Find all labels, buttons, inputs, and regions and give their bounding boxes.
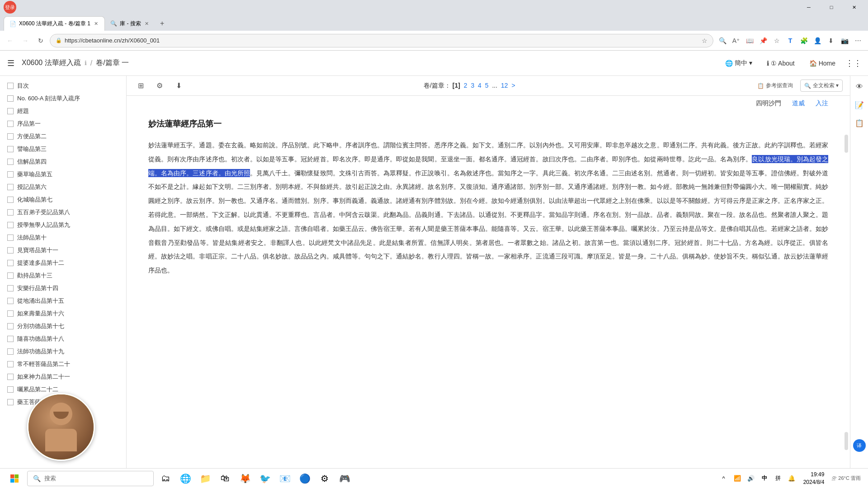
taskbar-mail-icon[interactable]: 📧 [277,470,293,487]
download-button[interactable]: ⬇ [172,79,185,93]
zoom-icon[interactable]: A⁺ [730,34,742,47]
translate-icon[interactable]: T [784,34,797,47]
sidebar-item-wu8[interactable]: 五百弟子受記品第八 [0,206,126,219]
vol-page-5[interactable]: 5 [485,82,489,89]
system-clock[interactable]: 19:49 2024/8/4 [800,471,828,486]
tab-close-button[interactable]: ✕ [93,20,99,28]
taskbar-store-icon[interactable]: 🛍 [217,470,233,487]
download-manager-icon[interactable]: ⬇ [825,34,837,47]
sidebar-item-an14[interactable]: 安樂行品第十四 [0,282,126,295]
profile-icon[interactable]: 👤 [811,34,824,47]
fulltext-search-button[interactable]: 🔍 全文检索 ▾ [800,80,843,92]
sidebar-item-sui18[interactable]: 隨喜功德品第十八 [0,333,126,345]
taskbar-folder-icon[interactable]: 📁 [197,470,213,487]
input-indicator[interactable]: 拼 [772,472,784,485]
taskbar-firefox-icon[interactable]: 🦊 [237,470,253,487]
vol-ellipsis: ... [492,82,497,89]
taskbar-explorer-icon[interactable]: 🗂 [157,470,174,487]
sidebar-item-fa10[interactable]: 法師品第十 [0,231,126,244]
volume-icon[interactable]: 🔊 [745,472,757,485]
sidebar-item-xu1[interactable]: 序品第一 [0,117,126,130]
vol-page-12[interactable]: 12 [501,82,508,89]
sidebar-item-ru21[interactable]: 如來神力品第二十一 [0,371,126,383]
star-icon[interactable]: ☆ [770,34,783,47]
taskbar-app-icon[interactable]: ⚙ [316,470,333,487]
pin-icon[interactable]: 📌 [757,34,769,47]
reference-search-button[interactable]: 📋 参考据查询 [754,80,797,91]
info-badge[interactable]: ℹ [85,60,87,66]
sidebar-item-fa19[interactable]: 法師功德品第十九 [0,345,126,358]
sidebar-item-shou9[interactable]: 授學無學人記品第九 [0,219,126,231]
right-panel-icon1[interactable]: 👁 [852,80,867,94]
taskbar-twitter-icon[interactable]: 🐦 [257,470,273,487]
right-panel-icon2[interactable]: 📝 [852,98,867,112]
taskbar-browser-icon[interactable]: 🌐 [177,470,193,487]
sidebar-item-bi3[interactable]: 譬喻品第三 [0,143,126,155]
vol-next-button[interactable]: > [512,82,515,89]
author2-link[interactable]: 入注 [816,99,828,108]
ref-label: 参考据查询 [766,82,793,89]
vol-page-4[interactable]: 4 [478,82,481,89]
taskbar-game-icon[interactable]: 🎮 [336,470,353,487]
sidebar-item-ru16[interactable]: 如來壽量品第十六 [0,307,126,320]
network-icon[interactable]: 📶 [731,472,744,485]
new-tab-button[interactable]: + [155,16,170,31]
scroll-up-indicator[interactable] [844,135,848,153]
url-bar[interactable]: 🔒 https://cbetaonline.cn/zh/X0600_001 ☆ [50,34,713,47]
inactive-tab[interactable]: 🔍 庫 - 搜索 ✕ [105,16,155,31]
sidebar-item-mulu[interactable]: 目次 [0,80,126,92]
item-icon [7,197,14,203]
start-button[interactable] [5,470,24,487]
sidebar-item-fen17[interactable]: 分別功德品第十七 [0,320,126,333]
sidebar-item-cong15[interactable]: 從地涌出品第十五 [0,295,126,307]
language-button[interactable]: 🌐 簡中 ▾ [722,57,756,69]
vol-page-1[interactable]: [1] [453,82,460,89]
forward-button[interactable]: → [19,34,32,47]
tab2-close-button[interactable]: ✕ [144,20,150,28]
sidebar-item-xin4[interactable]: 信解品第四 [0,155,126,168]
screenshot-icon[interactable]: 📷 [838,34,851,47]
bookmark-icon[interactable]: ☆ [702,37,708,44]
sidebar-item-shou6[interactable]: 授記品第六 [0,181,126,193]
author1-link[interactable]: 道威 [792,99,805,108]
active-tab[interactable]: 📄 X0600 法華經入疏 - 卷/篇章 1 ✕ [4,16,105,31]
back-button[interactable]: ← [4,34,16,47]
lang-indicator[interactable]: 中 [758,472,771,485]
settings-button[interactable]: ⚙ [153,79,166,93]
about-button[interactable]: ℹ ① About [763,58,798,69]
vol-page-2[interactable]: 2 [464,82,467,89]
sidebar-item-chang20[interactable]: 常不輕菩薩品第二十 [0,358,126,371]
notifications-icon[interactable]: 🔔 [785,472,798,485]
reload-button[interactable]: ↻ [34,34,47,47]
browser-profile[interactable]: 登录 [4,1,16,14]
vol-page-3[interactable]: 3 [471,82,474,89]
sidebar-item-quan13[interactable]: 勸持品第十三 [0,269,126,282]
sidebar-toggle[interactable]: ☰ [7,58,14,68]
sidebar-item-fang2[interactable]: 方便品第二 [0,130,126,143]
layout-toggle-button[interactable]: ⊞ [134,79,147,93]
translate-button[interactable]: 译 [853,439,866,452]
apps-button[interactable]: ⋮⋮ [846,56,861,70]
sidebar-item-yao5[interactable]: 藥草喻品第五 [0,168,126,181]
right-panel-icon3[interactable]: 📋 [852,116,867,130]
item-icon [7,108,14,114]
chevron-up-icon[interactable]: ^ [717,472,730,485]
search-icon[interactable]: 🔍 [716,34,729,47]
more-icon[interactable]: ⋯ [852,34,864,47]
sidebar-item-jingti[interactable]: 經題 [0,105,126,117]
sidebar-item-jian11[interactable]: 見寶塔品第十一 [0,244,126,257]
taskbar-edge-icon[interactable]: 🔵 [297,470,313,487]
minimize-button[interactable]: ─ [798,0,819,14]
home-button[interactable]: 🏠 Home [806,58,839,69]
sidebar-item-no600[interactable]: No. 600-A 刻法華入疏序 [0,92,126,105]
taskbar-search-box[interactable]: 🔍 搜索 [27,471,154,486]
sidebar-item-hua7[interactable]: 化城喻品第七 [0,193,126,206]
close-button[interactable]: ✕ [844,0,864,14]
sidebar-item-ti12[interactable]: 提婆達多品第十二 [0,257,126,269]
item-icon [7,95,14,102]
weather-widget[interactable]: ⛈ 26°C 雷雨 [830,475,863,482]
extensions-icon[interactable]: 🧩 [797,34,810,47]
scroll-down-indicator[interactable] [844,432,848,450]
maximize-button[interactable]: □ [821,0,842,14]
reader-icon[interactable]: 📖 [743,34,756,47]
